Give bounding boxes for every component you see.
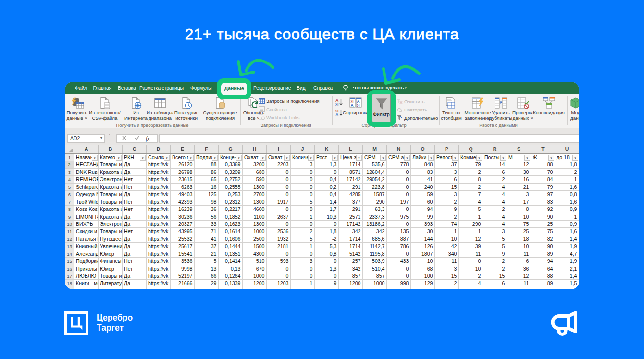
svg-text:А: А [335,112,339,117]
svg-text:fx: fx [146,136,150,142]
svg-text:А: А [351,103,354,108]
svg-text:Я: Я [357,103,360,108]
svg-text:Я: Я [335,102,338,107]
